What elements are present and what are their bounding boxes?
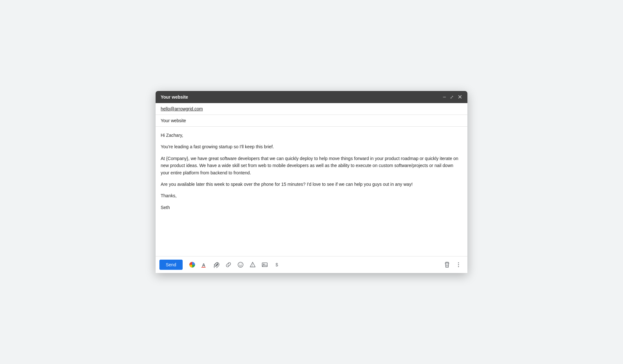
send-button[interactable]: Send bbox=[159, 260, 183, 270]
to-field bbox=[156, 103, 467, 115]
svg-point-5 bbox=[241, 264, 242, 264]
svg-point-17 bbox=[458, 264, 459, 265]
subject-input[interactable] bbox=[161, 118, 462, 123]
close-button[interactable]: ✕ bbox=[458, 94, 462, 100]
link-icon[interactable] bbox=[223, 260, 234, 270]
svg-point-16 bbox=[458, 262, 459, 263]
photo-icon[interactable] bbox=[260, 260, 270, 270]
body-line4: Thanks, bbox=[161, 192, 462, 199]
compose-toolbar: Send A bbox=[156, 256, 467, 273]
compose-window: Your website − ⤢ ✕ Hi Zachary, You're le… bbox=[156, 91, 467, 273]
drive-icon[interactable] bbox=[248, 260, 258, 270]
svg-text:A: A bbox=[202, 262, 205, 268]
formatting-icon[interactable] bbox=[187, 260, 197, 270]
compose-body[interactable]: Hi Zachary, You're leading a fast growin… bbox=[156, 127, 467, 256]
more-options-icon[interactable] bbox=[453, 260, 464, 270]
body-line5: Seth bbox=[161, 204, 462, 211]
compose-header: Your website − ⤢ ✕ bbox=[156, 91, 467, 103]
body-line1: You're leading a fast growing startup so… bbox=[161, 143, 462, 150]
svg-rect-10 bbox=[262, 263, 267, 267]
body-line2: At {Company}, we have great software dev… bbox=[161, 155, 462, 176]
delete-icon[interactable] bbox=[442, 260, 452, 270]
expand-button[interactable]: ⤢ bbox=[450, 95, 454, 99]
svg-text:$: $ bbox=[276, 262, 278, 267]
to-input[interactable] bbox=[161, 106, 462, 111]
body-line3: Are you available later this week to spe… bbox=[161, 181, 462, 188]
svg-point-3 bbox=[238, 262, 243, 267]
svg-point-4 bbox=[239, 264, 240, 264]
window-controls: − ⤢ ✕ bbox=[443, 94, 462, 100]
emoji-icon[interactable] bbox=[235, 260, 246, 270]
minimize-button[interactable]: − bbox=[443, 94, 446, 100]
svg-line-9 bbox=[251, 264, 253, 267]
body-greeting: Hi Zachary, bbox=[161, 132, 462, 139]
attach-icon[interactable] bbox=[211, 260, 221, 270]
dollar-icon[interactable]: $ bbox=[272, 260, 282, 270]
toolbar-right bbox=[442, 260, 464, 270]
text-formatting-icon[interactable]: A bbox=[199, 260, 209, 270]
svg-point-18 bbox=[458, 266, 459, 267]
subject-field bbox=[156, 115, 467, 127]
compose-title: Your website bbox=[161, 94, 188, 100]
